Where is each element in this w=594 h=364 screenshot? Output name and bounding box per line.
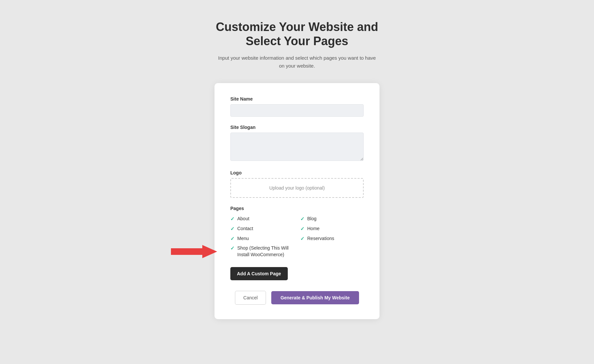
check-menu: ✓ xyxy=(230,236,235,242)
add-custom-page-button[interactable]: Add A Custom Page xyxy=(230,267,288,280)
logo-group: Logo Upload your logo (optional) xyxy=(230,170,364,198)
arrow-icon xyxy=(171,243,217,260)
page-label-about: About xyxy=(237,216,249,222)
site-name-label: Site Name xyxy=(230,96,364,102)
svg-marker-0 xyxy=(171,245,217,258)
site-name-input[interactable] xyxy=(230,104,364,117)
add-custom-page-container: Add A Custom Page xyxy=(230,267,364,291)
page-item-blog[interactable]: ✓ Blog xyxy=(300,216,364,222)
site-slogan-input[interactable] xyxy=(230,133,364,161)
check-about: ✓ xyxy=(230,216,235,222)
check-home: ✓ xyxy=(300,226,305,232)
site-slogan-label: Site Slogan xyxy=(230,125,364,130)
page-subtitle: Input your website information and selec… xyxy=(218,54,376,70)
logo-upload-area[interactable]: Upload your logo (optional) xyxy=(230,178,364,198)
check-contact: ✓ xyxy=(230,226,235,232)
page-label-shop: Shop (Selecting This Will Install WooCom… xyxy=(237,245,294,258)
check-reservations: ✓ xyxy=(300,236,305,242)
page-title: Customize Your Website and Select Your P… xyxy=(216,20,378,48)
site-slogan-group: Site Slogan xyxy=(230,125,364,162)
page-item-home[interactable]: ✓ Home xyxy=(300,226,364,232)
footer-buttons: Cancel Generate & Publish My Website xyxy=(230,291,364,305)
page-item-menu[interactable]: ✓ Menu xyxy=(230,235,294,242)
logo-label: Logo xyxy=(230,170,364,175)
cancel-button[interactable]: Cancel xyxy=(235,291,266,305)
page-label-contact: Contact xyxy=(237,226,253,232)
pages-label: Pages xyxy=(230,206,364,211)
site-name-group: Site Name xyxy=(230,96,364,117)
check-blog: ✓ xyxy=(300,216,305,222)
page-item-shop[interactable]: ✓ Shop (Selecting This Will Install WooC… xyxy=(230,245,294,258)
form-card: Site Name Site Slogan Logo Upload your l… xyxy=(214,83,380,319)
page-item-contact[interactable]: ✓ Contact xyxy=(230,226,294,232)
page-label-menu: Menu xyxy=(237,235,249,242)
arrow-indicator xyxy=(171,243,217,260)
publish-button[interactable]: Generate & Publish My Website xyxy=(271,291,359,304)
pages-grid: ✓ About ✓ Blog ✓ Contact ✓ Home ✓ Menu xyxy=(230,216,364,258)
check-shop: ✓ xyxy=(230,245,235,251)
page-item-reservations[interactable]: ✓ Reservations xyxy=(300,235,364,242)
page-label-reservations: Reservations xyxy=(307,235,334,242)
page-item-about[interactable]: ✓ About xyxy=(230,216,294,222)
pages-section: Pages ✓ About ✓ Blog ✓ Contact ✓ Home xyxy=(230,206,364,258)
page-label-blog: Blog xyxy=(307,216,316,222)
page-label-home: Home xyxy=(307,226,319,232)
